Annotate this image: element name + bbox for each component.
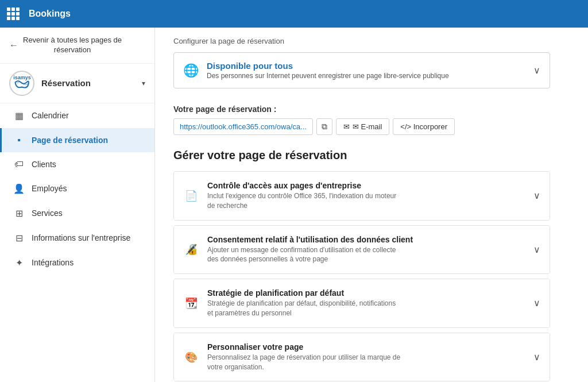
sidebar: ← Revenir à toutes les pages deréservati… xyxy=(0,28,155,382)
feature-info-controle: Contrôle d'accès aux pages d'entreprise … xyxy=(207,181,525,211)
personnaliser-chevron-icon: ∨ xyxy=(533,352,540,362)
main-content: Configurer la page de réservation 🌐 Disp… xyxy=(155,28,588,382)
feature-title-strategie: Stratégie de planification par défaut xyxy=(207,288,525,298)
consentement-chevron-icon: ∨ xyxy=(533,244,540,255)
calendar-icon: ▦ xyxy=(13,110,25,121)
feature-title-consentement: Consentement relatif à l'utilisation des… xyxy=(207,235,525,244)
brand-chevron-icon: ▾ xyxy=(142,79,145,87)
personnaliser-icon: 🎨 xyxy=(183,351,199,364)
availability-desc: Des personnes sur Internet peuvent enreg… xyxy=(207,72,525,80)
email-button[interactable]: ✉ ✉ E-mail xyxy=(336,118,389,135)
strategie-icon: 📆 xyxy=(183,297,199,310)
embed-button[interactable]: </> Incorporer xyxy=(393,118,455,135)
layout: ← Revenir à toutes les pages deréservati… xyxy=(0,28,588,382)
feature-info-consentement: Consentement relatif à l'utilisation des… xyxy=(207,235,525,265)
back-label: Revenir à toutes les pages deréservation xyxy=(23,36,122,55)
feature-row-consentement[interactable]: 🔏 Consentement relatif à l'utilisation d… xyxy=(174,226,550,274)
feature-info-strategie: Stratégie de planification par défaut St… xyxy=(207,288,525,318)
feature-card-strategie: 📆 Stratégie de planification par défaut … xyxy=(173,279,550,328)
availability-title: Disponible pour tous xyxy=(207,61,525,71)
feature-desc-controle: Inclut l'exigence du contrôle Office 365… xyxy=(207,191,403,211)
copy-url-button[interactable]: ⧉ xyxy=(316,118,332,135)
consentement-icon: 🔏 xyxy=(183,243,199,256)
info-icon: ⊟ xyxy=(13,233,25,244)
nav-label-page-reservation: Page de réservation xyxy=(32,136,108,145)
email-label: ✉ E-mail xyxy=(353,122,382,131)
feature-title-personnaliser: Personnaliser votre page xyxy=(207,342,525,352)
app-title: Bookings xyxy=(29,9,71,19)
feature-row-controle[interactable]: 📄 Contrôle d'accès aux pages d'entrepris… xyxy=(174,172,550,220)
brand-name: Réservation xyxy=(41,78,135,88)
controle-icon: 📄 xyxy=(183,190,199,202)
sidebar-item-integrations[interactable]: ✦ Intégrations xyxy=(0,250,154,275)
url-section: Votre page de réservation : https://outl… xyxy=(173,100,550,144)
nav-label-integrations: Intégrations xyxy=(32,258,74,267)
sidebar-item-employes[interactable]: 👤 Employés xyxy=(0,176,154,201)
sidebar-item-services[interactable]: ⊞ Services xyxy=(0,201,154,226)
feature-desc-personnaliser: Personnalisez la page de réservation pou… xyxy=(207,353,403,372)
page-icon: ▪ xyxy=(13,135,25,145)
availability-expand-icon[interactable]: ∨ xyxy=(533,65,540,76)
back-button[interactable]: ← Revenir à toutes les pages deréservati… xyxy=(0,28,154,64)
sidebar-item-page-reservation[interactable]: ▪ Page de réservation xyxy=(0,128,154,152)
reservation-url[interactable]: https://outlook.office365.com/owa/ca... xyxy=(173,118,313,135)
feature-card-consentement: 🔏 Consentement relatif à l'utilisation d… xyxy=(173,225,550,275)
strategie-chevron-icon: ∨ xyxy=(533,298,540,308)
integrations-icon: ✦ xyxy=(13,257,25,268)
feature-desc-strategie: Stratégie de planification par défaut, d… xyxy=(207,299,403,318)
brand-section[interactable]: isamys Réservation ▾ xyxy=(0,64,154,103)
nav-label-services: Services xyxy=(32,209,63,218)
availability-card: 🌐 Disponible pour tous Des personnes sur… xyxy=(173,52,550,88)
sidebar-item-calendrier[interactable]: ▦ Calendrier xyxy=(0,103,154,128)
nav-label-clients: Clients xyxy=(32,160,56,169)
feature-info-personnaliser: Personnaliser votre page Personnalisez l… xyxy=(207,342,525,372)
sidebar-item-informations[interactable]: ⊟ Informations sur l'entreprise xyxy=(0,226,154,250)
embed-label: </> Incorporer xyxy=(400,122,447,131)
url-label: Votre page de réservation : xyxy=(173,105,550,114)
nav-label-calendrier: Calendrier xyxy=(32,111,69,120)
topbar: Bookings xyxy=(0,0,588,28)
nav-label-informations: Informations sur l'entreprise xyxy=(32,233,130,242)
feature-card-personnaliser: 🎨 Personnaliser votre page Personnalisez… xyxy=(173,333,550,382)
clients-icon: 🏷 xyxy=(13,159,25,169)
sidebar-item-clients[interactable]: 🏷 Clients xyxy=(0,152,154,176)
email-icon: ✉ xyxy=(343,122,350,131)
employes-icon: 👤 xyxy=(13,183,25,194)
services-icon: ⊞ xyxy=(13,208,25,219)
sidebar-nav: ▦ Calendrier ▪ Page de réservation 🏷 Cli… xyxy=(0,103,154,275)
globe-icon: 🌐 xyxy=(183,63,199,78)
back-arrow-icon: ← xyxy=(9,40,18,51)
nav-label-employes: Employés xyxy=(32,184,67,193)
availability-row[interactable]: 🌐 Disponible pour tous Des personnes sur… xyxy=(174,53,550,88)
feature-row-personnaliser[interactable]: 🎨 Personnaliser votre page Personnalisez… xyxy=(174,333,550,381)
url-row: https://outlook.office365.com/owa/ca... … xyxy=(173,118,550,135)
controle-chevron-icon: ∨ xyxy=(533,190,540,201)
brand-logo: isamys xyxy=(9,71,34,96)
availability-text: Disponible pour tous Des personnes sur I… xyxy=(207,61,525,80)
apps-grid-icon[interactable] xyxy=(7,7,20,20)
feature-card-controle: 📄 Contrôle d'accès aux pages d'entrepris… xyxy=(173,171,550,221)
feature-row-strategie[interactable]: 📆 Stratégie de planification par défaut … xyxy=(174,279,550,327)
svg-text:isamys: isamys xyxy=(13,75,31,80)
manage-title: Gérer votre page de réservation xyxy=(173,144,550,162)
feature-desc-consentement: Ajouter un message de confirmation d'uti… xyxy=(207,245,403,265)
feature-title-controle: Contrôle d'accès aux pages d'entreprise xyxy=(207,181,525,190)
configure-label: Configurer la page de réservation xyxy=(173,37,550,45)
